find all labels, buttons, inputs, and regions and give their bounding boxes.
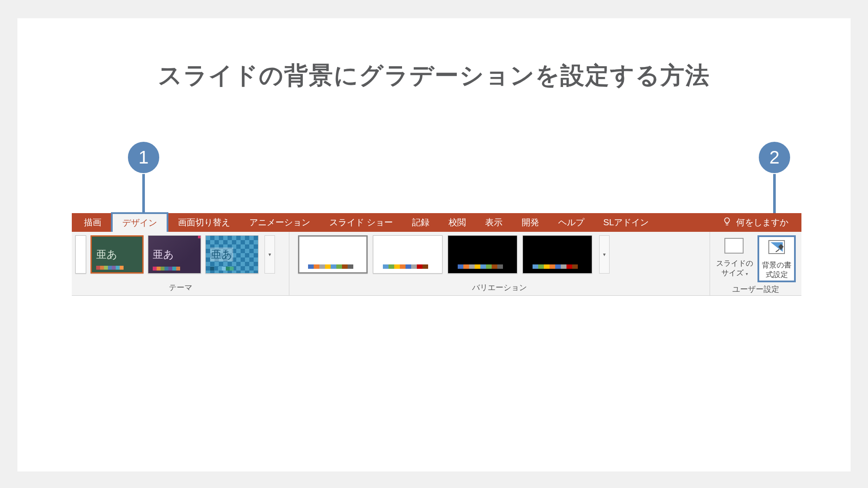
theme-thumb-1[interactable]: 亜あ xyxy=(90,235,144,274)
theme-thumb-cropped[interactable] xyxy=(75,235,86,274)
callout-2-label: 2 xyxy=(769,147,779,168)
tab-slideshow[interactable]: スライド ショー xyxy=(320,213,402,232)
tab-animations[interactable]: アニメーション xyxy=(240,213,320,232)
color-strip-icon xyxy=(458,264,503,269)
theme-sample-text: 亜あ xyxy=(153,247,174,261)
tab-transitions[interactable]: 画面切り替え xyxy=(168,213,240,232)
theme-sample-text: 亜あ xyxy=(210,247,233,261)
theme-gallery-more[interactable]: ▾ xyxy=(265,235,275,274)
tab-help[interactable]: ヘルプ xyxy=(549,213,594,232)
variation-thumb-2[interactable] xyxy=(373,235,442,274)
callout-line-1 xyxy=(142,174,145,213)
format-background-button[interactable]: 背景の書 式設定 xyxy=(757,235,796,282)
color-strip-icon xyxy=(383,264,428,269)
dropdown-arrow-icon: ▾ xyxy=(268,236,271,273)
tab-review[interactable]: 校閲 xyxy=(439,213,476,232)
theme-gallery: 亜あ 亜あ xyxy=(75,235,275,274)
section-customize: スライドの サイズ ▾ 背景の書 式設定 xyxy=(710,232,801,295)
ribbon-content: 亜あ 亜あ xyxy=(72,232,801,296)
dropdown-arrow-icon: ▾ xyxy=(603,236,606,273)
tab-draw[interactable]: 描画 xyxy=(72,213,111,232)
variation-gallery: ▾ xyxy=(298,235,610,274)
slide-size-icon xyxy=(724,236,745,257)
color-strip-icon xyxy=(533,264,578,269)
color-strip-icon xyxy=(210,267,234,271)
theme-sample-text: 亜あ xyxy=(96,247,117,261)
color-strip-icon xyxy=(308,264,353,269)
section-label-variations: バリエーション xyxy=(289,281,710,295)
color-strip-icon xyxy=(96,266,124,270)
slide-page: スライドの背景にグラデーションを設定する方法 1 2 描画 デザイン 画面切り替… xyxy=(17,18,851,471)
tab-view[interactable]: 表示 xyxy=(476,213,512,232)
slide-size-button[interactable]: スライドの サイズ ▾ xyxy=(714,235,756,279)
theme-thumb-3[interactable]: 亜あ xyxy=(205,235,258,274)
section-label-customize: ユーザー設定 xyxy=(710,282,801,297)
variation-thumb-3[interactable] xyxy=(448,235,517,274)
variation-gallery-more[interactable]: ▾ xyxy=(599,235,610,274)
format-background-label: 背景の書 式設定 xyxy=(762,261,791,280)
tell-me-search[interactable]: 何をしますか xyxy=(722,217,801,229)
page-title: スライドの背景にグラデーションを設定する方法 xyxy=(17,60,851,92)
ribbon: 描画 デザイン 画面切り替え アニメーション スライド ショー 記録 校閲 表示… xyxy=(72,213,801,296)
tab-developer[interactable]: 開発 xyxy=(512,213,549,232)
slide-size-label: スライドの サイズ ▾ xyxy=(716,259,753,278)
section-variations: ▾ バリエーション xyxy=(289,232,710,295)
tab-design[interactable]: デザイン xyxy=(111,212,168,232)
callout-2: 2 xyxy=(757,140,792,175)
tab-sladdin[interactable]: SLアドイン xyxy=(594,213,658,232)
tell-me-label: 何をしますか xyxy=(736,217,788,228)
variation-thumb-4[interactable] xyxy=(523,235,592,274)
theme-thumb-2[interactable]: 亜あ xyxy=(148,235,201,274)
color-strip-icon xyxy=(153,267,180,271)
format-background-icon xyxy=(766,238,787,259)
section-label-themes: テーマ xyxy=(72,281,289,295)
tab-record[interactable]: 記録 xyxy=(402,213,439,232)
callout-1-label: 1 xyxy=(138,147,148,168)
lightbulb-icon xyxy=(722,217,732,229)
chevron-down-icon: ▾ xyxy=(746,271,748,276)
callout-1: 1 xyxy=(126,140,161,175)
ribbon-tabs: 描画 デザイン 画面切り替え アニメーション スライド ショー 記録 校閲 表示… xyxy=(72,213,801,232)
section-themes: 亜あ 亜あ xyxy=(72,232,289,295)
variation-thumb-1[interactable] xyxy=(298,235,368,274)
